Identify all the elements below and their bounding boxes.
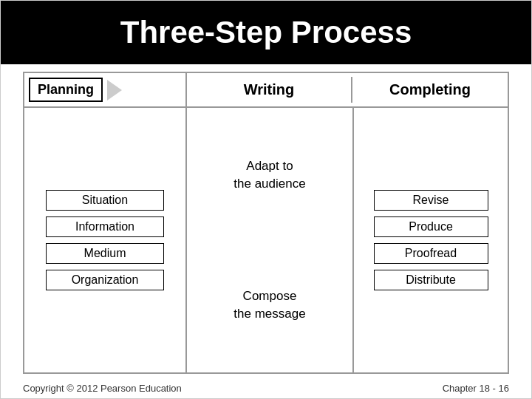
chapter-text: Chapter 18 - 16 [443, 383, 509, 394]
completing-label: Completing [352, 77, 508, 103]
completing-item-3: Distribute [374, 270, 488, 290]
completing-column: Revise Produce Proofread Distribute [354, 108, 509, 374]
columns-container: Situation Information Medium Organizatio… [23, 106, 509, 374]
writing-label: Writing [187, 77, 352, 103]
planning-item-3: Organization [46, 270, 164, 290]
main-content: Planning Writing Completing Situation In… [1, 64, 531, 380]
planning-item-1: Information [46, 216, 164, 237]
writing-column: Adapt tothe audience Composethe message [187, 108, 354, 374]
copyright-text: Copyright © 2012 Pearson Education [23, 383, 182, 394]
writing-item-0: Adapt tothe audience [233, 157, 305, 193]
completing-item-2: Proofread [374, 243, 488, 264]
header-title: Three-Step Process [1, 1, 531, 64]
writing-item-1: Composethe message [233, 287, 305, 323]
planning-arrow [107, 80, 122, 100]
planning-header: Planning [24, 73, 187, 106]
completing-item-0: Revise [374, 190, 488, 211]
column-headers: Planning Writing Completing [23, 72, 509, 106]
footer: Copyright © 2012 Pearson Education Chapt… [1, 380, 531, 398]
planning-label: Planning [29, 78, 103, 102]
completing-item-1: Produce [374, 216, 488, 237]
planning-item-0: Situation [46, 190, 164, 211]
planning-column: Situation Information Medium Organizatio… [24, 108, 187, 374]
page: Three-Step Process Planning Writing Comp… [0, 0, 532, 399]
planning-item-2: Medium [46, 243, 164, 264]
